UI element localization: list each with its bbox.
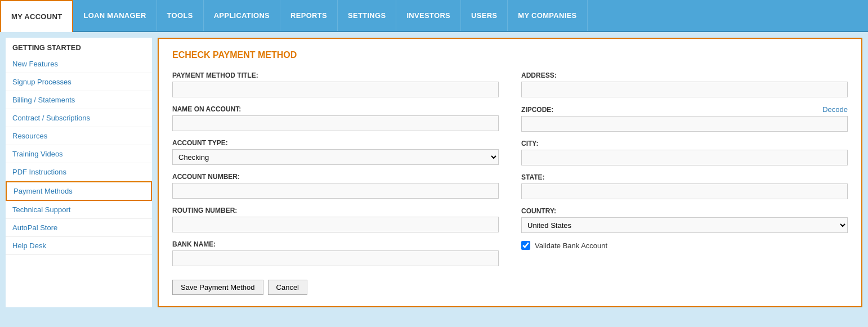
zipcode-row: ZIPCODE: Decode — [521, 105, 848, 114]
account-number-group: ACCOUNT NUMBER: — [172, 173, 499, 199]
sidebar-item-contract-subscriptions[interactable]: Contract / Subscriptions — [6, 109, 152, 127]
form-left-col: PAYMENT METHOD TITLE: NAME ON ACCOUNT: A… — [172, 71, 499, 295]
form-right-col: ADDRESS: ZIPCODE: Decode CITY: STATE: — [521, 71, 848, 295]
name-on-account-group: NAME ON ACCOUNT: — [172, 105, 499, 131]
country-label: COUNTRY: — [521, 207, 848, 215]
sidebar-item-new-features[interactable]: New Features — [6, 55, 152, 73]
zipcode-label: ZIPCODE: — [521, 106, 553, 114]
sidebar-item-signup-processes[interactable]: Signup Processes — [6, 73, 152, 91]
cancel-button[interactable]: Cancel — [268, 280, 307, 295]
state-label: STATE: — [521, 173, 848, 181]
city-input[interactable] — [521, 150, 848, 165]
nav-item-users[interactable]: USERS — [461, 0, 508, 31]
city-group: CITY: — [521, 140, 848, 165]
sidebar-item-payment-methods[interactable]: Payment Methods — [6, 181, 152, 201]
button-row: Save Payment Method Cancel — [172, 280, 499, 295]
name-on-account-input[interactable] — [172, 115, 499, 131]
content-panel: ECHECK PAYMENT METHOD PAYMENT METHOD TIT… — [158, 38, 862, 307]
payment-method-title-label: PAYMENT METHOD TITLE: — [172, 71, 499, 79]
routing-number-group: ROUTING NUMBER: — [172, 207, 499, 232]
nav-item-my-account[interactable]: MY ACCOUNT — [0, 0, 73, 32]
address-group: ADDRESS: — [521, 71, 848, 97]
account-type-label: ACCOUNT TYPE: — [172, 139, 499, 147]
save-payment-method-button[interactable]: Save Payment Method — [172, 280, 263, 295]
top-nav: MY ACCOUNTLOAN MANAGERTOOLSAPPLICATIONSR… — [0, 0, 868, 32]
nav-item-settings[interactable]: SETTINGS — [338, 0, 396, 31]
bank-name-input[interactable] — [172, 250, 499, 266]
bank-name-label: BANK NAME: — [172, 240, 499, 248]
sidebar-item-resources[interactable]: Resources — [6, 127, 152, 145]
nav-item-applications[interactable]: APPLICATIONS — [204, 0, 280, 31]
state-input[interactable] — [521, 183, 848, 199]
validate-bank-row: Validate Bank Account — [521, 241, 848, 250]
nav-item-my-companies[interactable]: MY COMPANIES — [508, 0, 587, 31]
payment-method-title-input[interactable] — [172, 82, 499, 97]
account-number-label: ACCOUNT NUMBER: — [172, 173, 499, 181]
address-input[interactable] — [521, 82, 848, 97]
state-group: STATE: — [521, 173, 848, 199]
payment-method-title-group: PAYMENT METHOD TITLE: — [172, 71, 499, 97]
bank-name-group: BANK NAME: — [172, 240, 499, 266]
validate-bank-checkbox[interactable] — [521, 241, 530, 250]
nav-item-tools[interactable]: TOOLS — [157, 0, 204, 31]
decode-link[interactable]: Decode — [822, 105, 848, 114]
validate-bank-label: Validate Bank Account — [535, 241, 607, 250]
sidebar-item-help-desk[interactable]: Help Desk — [6, 237, 152, 255]
name-on-account-label: NAME ON ACCOUNT: — [172, 105, 499, 113]
nav-item-reports[interactable]: REPORTS — [280, 0, 338, 31]
sidebar-item-technical-support[interactable]: Technical Support — [6, 201, 152, 219]
form-columns: PAYMENT METHOD TITLE: NAME ON ACCOUNT: A… — [172, 71, 848, 295]
sidebar: GETTING STARTED New FeaturesSignup Proce… — [6, 38, 152, 307]
routing-number-input[interactable] — [172, 217, 499, 232]
country-select[interactable]: United States Canada Mexico — [521, 217, 848, 233]
routing-number-label: ROUTING NUMBER: — [172, 207, 499, 214]
account-number-input[interactable] — [172, 183, 499, 199]
city-label: CITY: — [521, 140, 848, 147]
nav-item-investors[interactable]: INVESTORS — [396, 0, 461, 31]
address-label: ADDRESS: — [521, 71, 848, 79]
country-group: COUNTRY: United States Canada Mexico — [521, 207, 848, 233]
sidebar-item-pdf-instructions[interactable]: PDF Instructions — [6, 163, 152, 181]
nav-item-loan-manager[interactable]: LOAN MANAGER — [73, 0, 156, 31]
sidebar-item-autopal-store[interactable]: AutoPal Store — [6, 219, 152, 237]
sidebar-item-training-videos[interactable]: Training Videos — [6, 145, 152, 163]
account-type-group: ACCOUNT TYPE: Checking Savings — [172, 139, 499, 165]
zipcode-group: ZIPCODE: Decode — [521, 105, 848, 132]
account-type-select[interactable]: Checking Savings — [172, 149, 499, 165]
panel-title: ECHECK PAYMENT METHOD — [172, 50, 848, 60]
sidebar-section-title: GETTING STARTED — [6, 38, 152, 55]
zipcode-input[interactable] — [521, 116, 848, 132]
sidebar-item-billing-statements[interactable]: Billing / Statements — [6, 91, 152, 109]
main-layout: GETTING STARTED New FeaturesSignup Proce… — [6, 38, 862, 307]
